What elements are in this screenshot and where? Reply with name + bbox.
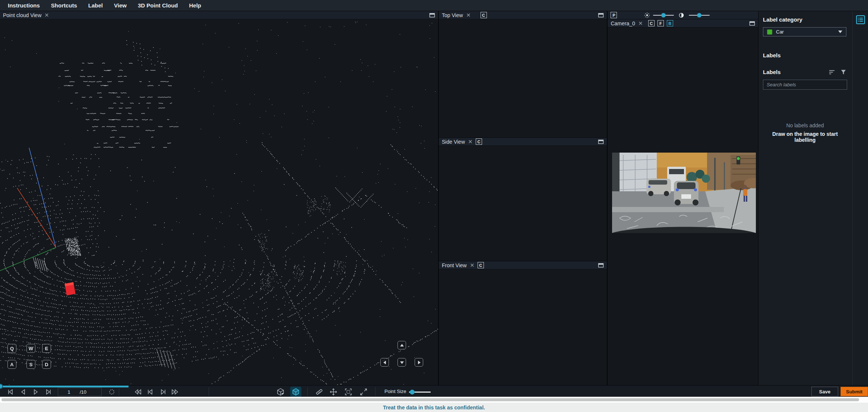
- previous-frame-button[interactable]: [146, 388, 155, 396]
- camera-c-button[interactable]: C: [648, 20, 655, 26]
- camera-toggle-button[interactable]: C: [478, 262, 484, 268]
- pan-up-button[interactable]: [397, 341, 406, 349]
- close-icon[interactable]: [468, 139, 473, 144]
- save-button[interactable]: Save: [811, 387, 838, 396]
- next-frame-button[interactable]: [158, 388, 167, 396]
- fit-to-view-button[interactable]: [359, 388, 368, 396]
- menu-view[interactable]: View: [108, 2, 132, 9]
- top-view-viewport[interactable]: [439, 19, 607, 137]
- horizontal-scrollbar-thumb[interactable]: [1, 398, 859, 401]
- ortho-views-column: Top View C Side View C: [439, 11, 607, 385]
- skip-to-first-frame-button[interactable]: [6, 388, 15, 396]
- pan-left-button[interactable]: [380, 358, 389, 367]
- key-w-button[interactable]: W: [26, 344, 35, 353]
- key-d-button[interactable]: D: [42, 360, 51, 369]
- add-cuboid-tool-button[interactable]: [276, 388, 285, 396]
- submit-button[interactable]: Submit: [840, 387, 868, 396]
- bottom-toolbar: /10 Point Size: [0, 385, 868, 397]
- ruler-tool-button[interactable]: [315, 388, 324, 396]
- menu-3d-point-cloud[interactable]: 3D Point Cloud: [132, 2, 184, 9]
- filter-icon[interactable]: [840, 69, 846, 75]
- labels-section-title: Labels: [763, 52, 847, 58]
- point-size-slider[interactable]: [409, 392, 431, 393]
- search-labels-input[interactable]: [763, 80, 847, 90]
- menu-shortcuts[interactable]: Shortcuts: [45, 2, 83, 9]
- key-q-button[interactable]: Q: [7, 344, 16, 353]
- camera-image[interactable]: [612, 153, 756, 233]
- projection-button[interactable]: P: [611, 12, 617, 18]
- maximize-panel-icon[interactable]: [429, 13, 435, 18]
- contrast-slider-handle[interactable]: [697, 13, 701, 17]
- pan-down-button[interactable]: [397, 358, 406, 367]
- side-view-title: Side View: [442, 139, 465, 145]
- labeling-app: Instructions Shortcuts Label View 3D Poi…: [0, 0, 868, 412]
- maximize-panel-icon[interactable]: [598, 263, 604, 268]
- camera-b-button[interactable]: B: [667, 20, 673, 26]
- camera-f-button[interactable]: F: [658, 20, 664, 26]
- frame-total-label: /10: [80, 389, 86, 395]
- label-category-dropdown[interactable]: Car: [763, 27, 846, 36]
- move-tool-button[interactable]: [329, 388, 338, 396]
- menu-label[interactable]: Label: [83, 2, 108, 9]
- point-cloud-viewport[interactable]: Q W E A S D: [0, 19, 438, 385]
- arrow-left-icon: [383, 360, 387, 365]
- key-e-button[interactable]: E: [42, 344, 51, 353]
- front-view-title: Front View: [442, 262, 467, 268]
- point-cloud-canvas[interactable]: [0, 19, 438, 385]
- fast-rewind-button[interactable]: [133, 388, 142, 396]
- toolbar-divider: [119, 387, 119, 396]
- fast-forward-button[interactable]: [171, 388, 180, 396]
- labels-list-title: Labels: [763, 69, 823, 75]
- footer-banner: Treat the data in this task as confident…: [0, 403, 868, 412]
- key-a-button[interactable]: A: [7, 360, 16, 369]
- maximize-panel-icon[interactable]: [598, 13, 604, 18]
- category-color-swatch: [767, 29, 772, 35]
- front-view-panel: Front View C: [439, 261, 607, 385]
- label-sidebar-main: Label category Car Labels Labels No la: [758, 11, 852, 385]
- close-icon[interactable]: [470, 263, 475, 268]
- workspace: Point cloud View Q W E A S D: [0, 11, 868, 385]
- horizontal-scrollbar: [0, 397, 868, 403]
- brightness-slider-handle[interactable]: [661, 13, 666, 17]
- maximize-panel-icon[interactable]: [598, 139, 604, 144]
- point-size-slider-handle[interactable]: [410, 390, 415, 395]
- point-cloud-panel-title: Point cloud View: [3, 12, 41, 18]
- step-back-button[interactable]: [19, 388, 28, 396]
- brightness-icon: [644, 12, 650, 18]
- step-forward-button[interactable]: [44, 388, 53, 396]
- frame-region-tool-button[interactable]: [344, 388, 353, 396]
- label-category-title: Label category: [763, 16, 847, 23]
- menu-help[interactable]: Help: [183, 2, 207, 9]
- loop-playback-button[interactable]: [107, 388, 116, 396]
- camera-toggle-button[interactable]: C: [476, 138, 482, 145]
- side-view-viewport[interactable]: [439, 146, 607, 261]
- label-sidebar: Label category Car Labels Labels No la: [758, 11, 868, 385]
- seek-handle[interactable]: [0, 384, 3, 389]
- brightness-slider[interactable]: [653, 15, 674, 16]
- point-cloud-panel-header: Point cloud View: [0, 11, 438, 19]
- maximize-panel-icon[interactable]: [749, 21, 755, 26]
- menu-instructions[interactable]: Instructions: [2, 2, 45, 9]
- pan-right-button[interactable]: [415, 358, 423, 367]
- camera-toolbar: P: [608, 11, 758, 19]
- close-icon[interactable]: [466, 13, 471, 17]
- front-view-viewport[interactable]: [439, 269, 607, 385]
- play-button[interactable]: [31, 388, 40, 396]
- sort-icon[interactable]: [829, 69, 835, 75]
- label-list-toggle-icon[interactable]: [856, 15, 865, 25]
- camera-title: Camera_0: [611, 20, 635, 26]
- frame-number-input[interactable]: [58, 389, 80, 395]
- frame-seek-bar[interactable]: [0, 386, 129, 387]
- category-selected-value: Car: [776, 29, 834, 35]
- edit-cuboid-tool-button[interactable]: [290, 387, 301, 397]
- contrast-slider[interactable]: [689, 15, 710, 16]
- top-view-panel: Top View C: [439, 11, 607, 137]
- point-size-label: Point Size: [384, 389, 406, 394]
- arrow-right-icon: [417, 360, 421, 365]
- close-icon[interactable]: [44, 13, 49, 17]
- close-icon[interactable]: [638, 21, 643, 26]
- key-s-button[interactable]: S: [26, 360, 35, 369]
- side-view-panel: Side View C: [439, 137, 607, 261]
- camera-header: Camera_0 C F B: [608, 19, 758, 28]
- camera-toggle-button[interactable]: C: [481, 12, 487, 18]
